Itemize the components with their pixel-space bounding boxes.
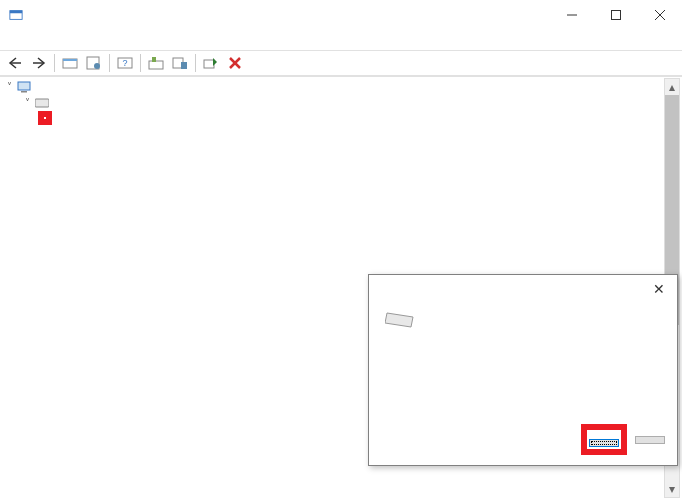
scan-hardware-button[interactable] (169, 52, 191, 74)
minimize-button[interactable] (550, 1, 594, 29)
menu-action[interactable] (20, 30, 32, 50)
menu-file[interactable] (6, 30, 18, 50)
tree-root[interactable]: ˅ (2, 79, 682, 95)
toolbar-separator (195, 54, 196, 72)
uninstall-device-button[interactable] (224, 52, 246, 74)
window-buttons (550, 1, 682, 29)
cancel-button[interactable] (635, 436, 665, 444)
uninstall-button[interactable] (589, 439, 619, 447)
back-button[interactable] (4, 52, 26, 74)
svg-rect-21 (18, 82, 30, 90)
dialog-close-button[interactable]: ✕ (649, 281, 669, 297)
highlight-box (38, 111, 52, 125)
svg-rect-1 (10, 11, 22, 14)
menubar (0, 30, 682, 50)
svg-rect-17 (181, 62, 187, 69)
toolbar-separator (140, 54, 141, 72)
svg-marker-24 (385, 313, 413, 327)
svg-point-11 (94, 63, 100, 69)
close-button[interactable] (638, 1, 682, 29)
scroll-down-button[interactable]: ▾ (665, 481, 679, 497)
svg-rect-9 (63, 59, 77, 61)
maximize-button[interactable] (594, 1, 638, 29)
show-hidden-button[interactable] (59, 52, 81, 74)
svg-rect-3 (612, 11, 621, 20)
tree-category-keyboards[interactable]: ˅ (20, 95, 682, 111)
expand-icon[interactable]: ˅ (2, 79, 16, 95)
properties-button[interactable] (83, 52, 105, 74)
enable-device-button[interactable] (200, 52, 222, 74)
menu-help[interactable] (48, 30, 60, 50)
svg-text:?: ? (122, 58, 127, 68)
dialog-titlebar: ✕ (369, 275, 677, 303)
svg-rect-18 (204, 60, 214, 68)
computer-icon (16, 80, 32, 94)
toolbar-separator (54, 54, 55, 72)
svg-rect-23 (35, 99, 49, 107)
app-icon (8, 7, 24, 23)
svg-rect-15 (152, 57, 156, 62)
highlight-box (581, 424, 627, 455)
toolbar: ? (0, 50, 682, 76)
help-button[interactable]: ? (114, 52, 136, 74)
keyboard-icon (385, 311, 415, 329)
titlebar (0, 0, 682, 30)
menu-view[interactable] (34, 30, 46, 50)
keyboard-icon (34, 96, 50, 110)
scroll-up-button[interactable]: ▴ (665, 79, 679, 95)
svg-rect-14 (149, 61, 163, 69)
collapse-icon[interactable]: ˅ (20, 95, 34, 111)
device-tree[interactable]: ˅ ˅ (0, 77, 682, 130)
update-driver-button[interactable] (145, 52, 167, 74)
forward-button[interactable] (28, 52, 50, 74)
svg-rect-22 (21, 91, 27, 93)
uninstall-device-dialog: ✕ (368, 274, 678, 466)
toolbar-separator (109, 54, 110, 72)
